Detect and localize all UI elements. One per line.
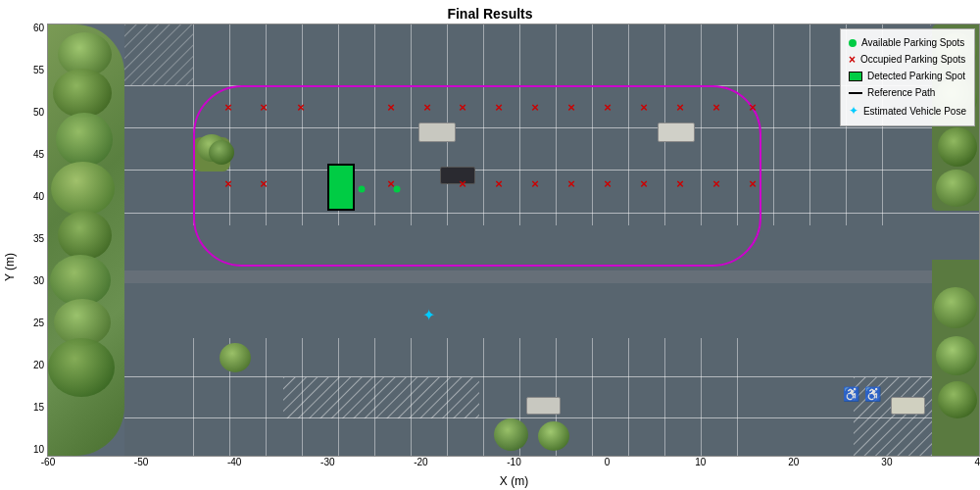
main-container: Final Results Y (m) 10 15 20 25 30 35 40…	[0, 0, 980, 490]
lvstall-13	[628, 338, 629, 456]
legend-available-icon	[849, 39, 857, 47]
legend-detected: Detected Parking Spot	[849, 68, 966, 84]
tree-5	[58, 211, 112, 260]
tree-3	[56, 113, 113, 167]
legend-estimated-icon: ✦	[849, 101, 858, 121]
occupied-spot-7: ×	[495, 101, 503, 114]
legend-estimated: ✦ Estimated Vehicle Pose	[849, 101, 966, 121]
x-tick--50: -50	[134, 457, 148, 467]
legend: Available Parking Spots × Occupied Parki…	[840, 28, 975, 126]
right-lower-tree-1	[934, 287, 977, 328]
plot-canvas: × × × × × × × × × × × × × × × ×	[47, 24, 980, 457]
occupied-spot-22: ×	[604, 177, 612, 190]
x-tick-40: 40	[974, 457, 980, 467]
legend-detected-label: Detected Parking Spot	[867, 68, 965, 84]
chart-area: Y (m) 10 15 20 25 30 35 40 45 50 55 60	[0, 24, 980, 490]
accessible-icon-1: ♿	[843, 386, 859, 402]
occupied-spot-18: ×	[459, 177, 466, 190]
right-tree-4	[936, 170, 977, 207]
detected-parking-spot	[327, 164, 355, 211]
occupied-spot-2: ×	[260, 101, 268, 114]
lvstall-3	[266, 338, 267, 456]
occupied-spot-5: ×	[423, 101, 431, 114]
occupied-spot-21: ×	[567, 177, 575, 190]
car-lower-2	[891, 397, 925, 415]
occupied-spot-14: ×	[749, 101, 757, 114]
occupied-spot-23: ×	[640, 177, 648, 190]
occupied-spot-8: ×	[531, 101, 539, 114]
x-tick-30: 30	[881, 457, 892, 467]
tree-4	[51, 162, 115, 216]
occupied-spot-15: ×	[224, 177, 232, 190]
legend-detected-icon	[849, 72, 862, 81]
lvstall-14	[664, 338, 665, 456]
lvstall-15	[701, 338, 702, 456]
x-tick-10: 10	[695, 457, 706, 467]
svg-rect-1	[124, 24, 193, 85]
lot-tree-lower-2	[494, 418, 528, 451]
available-spot-1	[359, 186, 366, 193]
occupied-spot-16: ×	[260, 177, 268, 190]
vstall-18	[809, 24, 810, 225]
lvstall-1	[193, 338, 194, 456]
right-lower-tree-2	[936, 336, 977, 375]
x-tick-20: 20	[788, 457, 799, 467]
occupied-spot-10: ×	[604, 101, 612, 114]
vstall-17	[773, 24, 774, 225]
plot-and-x: 10 15 20 25 30 35 40 45 50 55 60	[20, 24, 980, 490]
lot-tree-lower-1	[220, 343, 251, 372]
legend-estimated-label: Estimated Vehicle Pose	[863, 103, 966, 120]
legend-reference: Reference Path	[849, 84, 966, 101]
legend-occupied-label: Occupied Parking Spots	[860, 51, 965, 68]
occupied-spot-24: ×	[676, 177, 684, 190]
legend-available: Available Parking Spots	[849, 34, 966, 51]
car-lower-1	[526, 397, 561, 415]
x-ticks-row: -60 -50 -40 -30 -20 -10 0 10 20 30 40	[48, 457, 980, 474]
y-ticks: 10 15 20 25 30 35 40 45 50 55 60	[20, 24, 47, 457]
hatch-lower-mid	[283, 377, 479, 418]
occupied-spot-3: ×	[297, 101, 305, 114]
lvstall-12	[592, 338, 593, 456]
lvstall-9	[483, 338, 484, 456]
accessible-icon-2: ♿	[864, 386, 881, 402]
x-tick--30: -30	[320, 457, 334, 467]
occupied-spot-25: ×	[712, 177, 720, 190]
occupied-spot-20: ×	[531, 177, 539, 190]
occupied-spot-11: ×	[640, 101, 648, 114]
occupied-spot-4: ×	[387, 101, 395, 114]
tree-2	[53, 69, 112, 118]
hatch-top-left	[124, 24, 193, 85]
right-lower-tree-3	[938, 381, 977, 418]
occupied-spot-1: ×	[224, 101, 232, 114]
lot-tree-lower-3	[538, 421, 569, 451]
car-dark-1	[440, 167, 475, 184]
lane-low-h2	[124, 417, 979, 418]
divider-strip	[124, 270, 979, 283]
legend-reference-label: Reference Path	[867, 84, 936, 101]
y-axis-label: Y (m)	[0, 24, 20, 490]
legend-occupied-icon: ×	[849, 54, 856, 66]
legend-reference-icon	[849, 92, 862, 94]
occupied-spot-12: ×	[676, 101, 684, 114]
x-tick--10: -10	[507, 457, 520, 467]
chart-title: Final Results	[0, 0, 980, 24]
occupied-spot-6: ×	[459, 101, 466, 114]
lvstall-16	[737, 338, 738, 456]
occupied-spot-13: ×	[712, 101, 720, 114]
x-tick-0: 0	[605, 457, 611, 467]
vehicle-pose-star: ✦	[422, 306, 435, 324]
x-axis-label: X (m)	[20, 474, 980, 490]
plot-wrapper: 10 15 20 25 30 35 40 45 50 55 60	[20, 24, 980, 457]
legend-available-label: Available Parking Spots	[861, 34, 964, 51]
right-tree-3	[938, 127, 977, 167]
car-white-2	[658, 122, 695, 142]
available-spot-2	[394, 186, 401, 193]
x-tick--40: -40	[227, 457, 241, 467]
occupied-spot-19: ×	[495, 177, 503, 190]
x-tick--60: -60	[41, 457, 55, 467]
car-white-1	[418, 122, 456, 142]
occupied-spot-26: ×	[749, 177, 757, 190]
occupied-spot-9: ×	[567, 101, 575, 114]
legend-occupied: × Occupied Parking Spots	[849, 51, 966, 68]
lane-low-h1	[124, 376, 979, 377]
